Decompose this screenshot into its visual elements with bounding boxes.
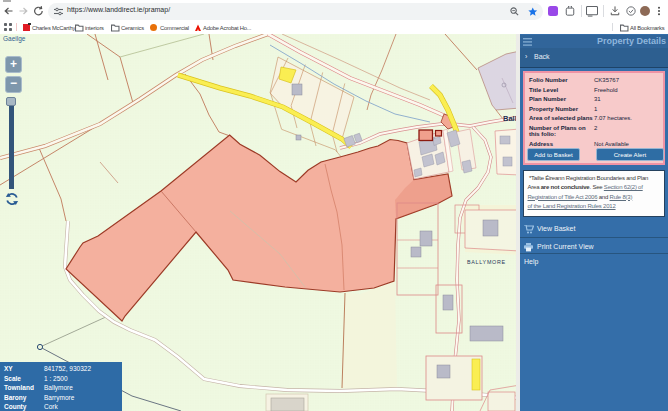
svg-text:BALLYMORE: BALLYMORE: [467, 259, 506, 265]
